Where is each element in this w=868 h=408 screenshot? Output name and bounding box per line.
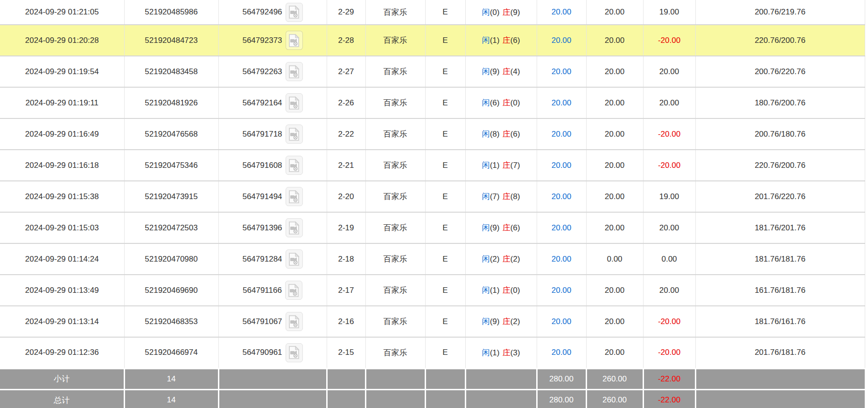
bet-amount-cell: 20.00 (537, 243, 586, 275)
bet-amount-link[interactable]: 20.00 (552, 36, 572, 45)
banker-count: 6 (511, 223, 520, 232)
round-id: 564792164 (242, 98, 282, 108)
video-replay-button[interactable] (286, 343, 303, 362)
bet-amount-link[interactable]: 20.00 (552, 98, 572, 107)
banker-count: 4 (511, 67, 520, 76)
table-code-cell: E (425, 0, 465, 25)
bet-time-cell: 2024-09-29 01:21:05 (0, 0, 124, 25)
round-no-cell: 2-27 (327, 56, 365, 87)
player-count: 1 (490, 161, 500, 170)
bet-time-cell: 2024-09-29 01:20:28 (0, 25, 124, 56)
player-count: 8 (490, 130, 500, 138)
round-no-cell: 2-21 (327, 150, 365, 181)
player-count: 6 (490, 98, 500, 107)
valid-amount-cell: 20.00 (586, 87, 643, 118)
bet-amount-link[interactable]: 20.00 (552, 67, 572, 76)
balance-cell: 180.76/200.76 (695, 87, 865, 118)
banker-label: 庄 (503, 223, 511, 232)
order-id-cell: 521920473915 (124, 181, 218, 212)
video-file-icon (288, 65, 300, 79)
order-id-cell: 521920470980 (124, 243, 218, 275)
bet-amount-link[interactable]: 20.00 (552, 130, 572, 138)
video-file-icon (288, 252, 300, 266)
valid-amount-cell: 20.00 (586, 150, 643, 181)
video-file-icon (288, 159, 300, 173)
bet-amount-link[interactable]: 20.00 (552, 223, 572, 232)
video-replay-button[interactable] (286, 249, 303, 269)
bet-amount-link[interactable]: 20.00 (552, 317, 572, 326)
valid-amount-cell: 20.00 (586, 56, 643, 87)
result-cell: 闲1庄0 (465, 275, 537, 306)
round-no-cell: 2-17 (327, 275, 365, 306)
order-id-cell: 521920484723 (124, 25, 218, 56)
table-code-cell: E (425, 25, 465, 56)
bet-amount-link[interactable]: 20.00 (552, 348, 572, 357)
valid-amount-cell: 0.00 (586, 243, 643, 275)
video-replay-button[interactable] (286, 156, 303, 175)
bet-amount-link[interactable]: 20.00 (552, 286, 572, 295)
bet-records-table: 2024-09-29 01:21:05 521920485986 5647924… (0, 0, 865, 408)
bet-amount-link[interactable]: 20.00 (552, 255, 572, 263)
round-id-cell: 564792496 (218, 0, 327, 25)
records-body: 2024-09-29 01:21:05 521920485986 5647924… (0, 0, 865, 368)
video-replay-button[interactable] (285, 281, 302, 300)
round-no-cell: 2-20 (327, 181, 365, 212)
round-id-group: 564791608 (219, 156, 327, 175)
round-no-cell: 2-16 (327, 306, 365, 337)
video-replay-button[interactable] (286, 31, 303, 50)
video-replay-button[interactable] (286, 187, 303, 206)
video-replay-button[interactable] (286, 124, 303, 144)
bet-amount-link[interactable]: 20.00 (552, 192, 572, 201)
summary-empty-cell (695, 389, 865, 408)
result-cell: 闲9庄2 (465, 306, 537, 337)
round-id: 564791067 (242, 317, 282, 326)
bet-amount-cell: 20.00 (537, 275, 586, 306)
video-file-icon (288, 315, 300, 329)
valid-amount-cell: 20.00 (586, 275, 643, 306)
player-label: 闲 (482, 36, 490, 45)
winloss-cell: 20.00 (643, 87, 695, 118)
result-cell: 闲1庄3 (465, 337, 537, 368)
total-count: 14 (124, 389, 218, 408)
video-replay-button[interactable] (286, 3, 303, 22)
table-code-cell: E (425, 212, 465, 243)
banker-count: 7 (511, 161, 520, 170)
valid-amount-cell: 20.00 (586, 212, 643, 243)
winloss-cell: 20.00 (643, 275, 695, 306)
game-name-cell: 百家乐 (365, 150, 425, 181)
bet-amount-cell: 20.00 (537, 118, 586, 150)
order-id-cell: 521920481926 (124, 87, 218, 118)
video-replay-button[interactable] (286, 93, 303, 112)
video-replay-button[interactable] (286, 62, 303, 81)
game-name-cell: 百家乐 (365, 337, 425, 368)
total-label: 总计 (0, 389, 124, 408)
total-valid: 260.00 (586, 389, 643, 408)
table-row: 2024-09-29 01:13:14 521920468353 5647910… (0, 306, 865, 337)
player-label: 闲 (482, 223, 490, 232)
video-replay-button[interactable] (286, 312, 303, 331)
banker-label: 庄 (503, 130, 511, 138)
banker-label: 庄 (503, 317, 511, 326)
banker-label: 庄 (503, 98, 511, 107)
result-cell: 闲1庄6 (465, 25, 537, 56)
bet-amount-cell: 20.00 (537, 306, 586, 337)
bet-amount-cell: 20.00 (537, 25, 586, 56)
bet-amount-link[interactable]: 20.00 (552, 7, 572, 16)
round-id-cell: 564790961 (218, 337, 327, 368)
game-name-cell: 百家乐 (365, 118, 425, 150)
table-row: 2024-09-29 01:19:11 521920481926 5647921… (0, 87, 865, 118)
balance-cell: 161.76/181.76 (695, 275, 865, 306)
banker-label: 庄 (503, 161, 511, 170)
bet-amount-link[interactable]: 20.00 (552, 161, 572, 170)
bet-amount-cell: 20.00 (537, 0, 586, 25)
video-replay-button[interactable] (286, 218, 303, 237)
table-row: 2024-09-29 01:15:38 521920473915 5647914… (0, 181, 865, 212)
round-id-group: 564791067 (219, 312, 327, 331)
round-id-group: 564791166 (219, 281, 327, 300)
round-id-group: 564791284 (219, 249, 327, 269)
bet-time-cell: 2024-09-29 01:16:18 (0, 150, 124, 181)
winloss-cell: 19.00 (643, 0, 695, 25)
winloss-cell: 19.00 (643, 181, 695, 212)
round-id-cell: 564791608 (218, 150, 327, 181)
game-name-cell: 百家乐 (365, 212, 425, 243)
